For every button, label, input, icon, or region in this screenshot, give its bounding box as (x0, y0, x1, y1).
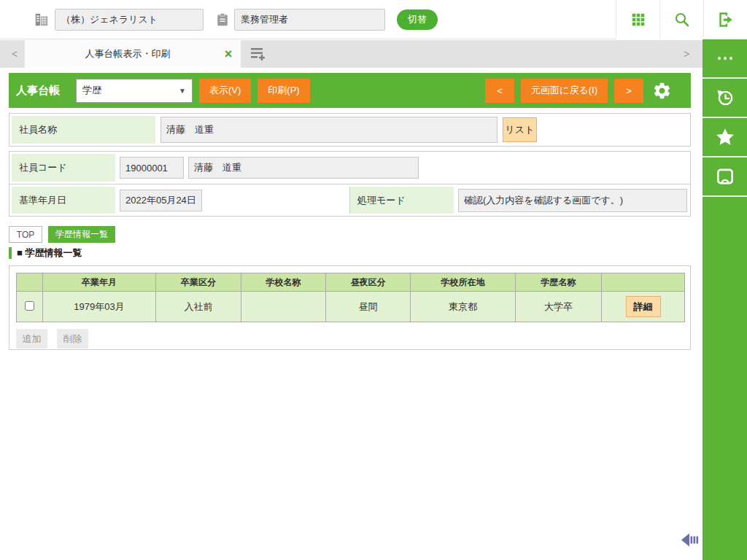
history-button[interactable] (703, 79, 747, 118)
header-graduation-class: 卒業区分 (156, 273, 241, 292)
table-actions: 追加 削除 (16, 329, 684, 349)
ledger-view-select[interactable]: 学歴 ▼ (76, 79, 193, 103)
cell-detail: 詳細 (602, 292, 685, 322)
add-row-button[interactable]: 追加 (16, 329, 47, 349)
tab-close-icon[interactable]: × (216, 47, 241, 61)
cell-education-name: 大学卒 (516, 292, 602, 322)
tab-bar: < 人事台帳表示・印刷 × > (0, 40, 703, 68)
employee-code-row: 社員コード (9, 152, 690, 184)
cell-school-name (241, 292, 326, 322)
print-button[interactable]: 印刷(P) (258, 79, 309, 103)
section-accent-bar (9, 247, 12, 259)
cell-graduation-class: 入社前 (156, 292, 241, 322)
list-button[interactable]: リスト (503, 117, 537, 142)
cell-day-night: 昼間 (326, 292, 411, 322)
education-table-panel: 卒業年月 卒業区分 学校名称 昼夜区分 学校所在地 学歴名称 1979年03月 … (9, 265, 691, 350)
main-content: 人事台帳 学歴 ▼ 表示(V) 印刷(P) < 元画面に戻る(I) > 社員名称… (0, 68, 703, 560)
header-education-name: 学歴名称 (516, 273, 602, 292)
base-date-label: 基準年月日 (12, 187, 115, 214)
header-select (17, 273, 43, 292)
process-mode-input[interactable] (458, 189, 687, 212)
row-checkbox[interactable] (25, 301, 34, 311)
subtab-top[interactable]: TOP (9, 226, 42, 243)
company-icon (34, 12, 50, 28)
show-button[interactable]: 表示(V) (199, 79, 251, 103)
company-input[interactable] (55, 9, 204, 31)
header-detail (602, 273, 685, 292)
search-button[interactable] (659, 0, 703, 39)
employee-code-input[interactable] (120, 157, 184, 179)
tab-scroll-left-icon[interactable]: < (6, 40, 23, 68)
subtab-education-list[interactable]: 学歴情報一覧 (48, 226, 115, 243)
ledger-view-selected-value: 学歴 (82, 84, 179, 97)
cell-select (17, 292, 43, 322)
switch-button[interactable]: 切替 (397, 9, 438, 30)
logout-icon (716, 10, 735, 29)
apps-grid-icon (630, 12, 646, 28)
settings-gear-icon[interactable] (652, 81, 672, 101)
header-graduation-ym: 卒業年月 (43, 273, 156, 292)
favorites-button[interactable] (703, 118, 747, 158)
tab-scroll-right-icon[interactable]: > (678, 40, 695, 68)
top-bar: 切替 (0, 0, 747, 39)
process-mode-label: 処理モード (350, 187, 454, 214)
collapse-panel-arrow-icon[interactable] (681, 532, 700, 551)
section-title-row: ■ 学歴情報一覧 (9, 246, 82, 260)
ellipsis-icon (718, 57, 732, 60)
back-to-origin-button[interactable]: 元画面に戻る(I) (521, 79, 608, 103)
employee-code-name-input[interactable] (188, 157, 419, 179)
more-menu-button[interactable] (703, 39, 747, 79)
tab-title: 人事台帳表示・印刷 (25, 47, 216, 61)
chevron-down-icon: ▼ (179, 87, 186, 95)
page-title: 人事台帳 (16, 84, 60, 98)
delete-row-button[interactable]: 削除 (57, 329, 88, 349)
tray-button[interactable] (703, 158, 747, 197)
new-tab-icon[interactable] (249, 46, 267, 65)
employee-code-label: 社員コード (12, 154, 115, 182)
education-table: 卒業年月 卒業区分 学校名称 昼夜区分 学校所在地 学歴名称 1979年03月 … (16, 273, 685, 322)
star-icon (714, 126, 736, 148)
base-date-row: 基準年月日 処理モード (9, 184, 690, 216)
cell-graduation-ym: 1979年03月 (43, 292, 156, 322)
next-button[interactable]: > (614, 79, 643, 103)
header-day-night: 昼夜区分 (326, 273, 411, 292)
right-sidebar (703, 39, 747, 560)
employee-name-label: 社員名称 (12, 116, 155, 144)
history-icon (715, 88, 735, 108)
prev-button[interactable]: < (485, 79, 514, 103)
header-school-location: 学校所在地 (411, 273, 516, 292)
base-date-cell (115, 187, 350, 214)
header-school-name: 学校名称 (241, 273, 326, 292)
table-header-row: 卒業年月 卒業区分 学校名称 昼夜区分 学校所在地 学歴名称 (17, 273, 685, 292)
base-date-input[interactable] (120, 190, 202, 211)
app-window: 切替 (0, 0, 747, 560)
clipboard-icon (216, 12, 229, 27)
employee-info-panel: 社員コード 基準年月日 処理モード (9, 151, 691, 217)
cell-school-location: 東京都 (411, 292, 516, 322)
employee-name-panel: 社員名称 リスト (9, 113, 691, 147)
detail-button[interactable]: 詳細 (626, 296, 661, 317)
tray-icon (715, 166, 735, 187)
command-bar: 人事台帳 学歴 ▼ 表示(V) 印刷(P) < 元画面に戻る(I) > (9, 73, 691, 108)
employee-name-input[interactable] (160, 117, 498, 143)
search-icon (673, 11, 691, 28)
apps-grid-button[interactable] (616, 0, 659, 39)
table-row: 1979年03月 入社前 昼間 東京都 大学卒 詳細 (17, 292, 685, 322)
role-input[interactable] (234, 9, 385, 31)
sub-tabs: TOP 学歴情報一覧 (9, 226, 115, 243)
logout-button[interactable] (703, 0, 747, 39)
tab-personnel-ledger[interactable]: 人事台帳表示・印刷 × (25, 40, 241, 68)
section-title: ■ 学歴情報一覧 (17, 246, 82, 260)
